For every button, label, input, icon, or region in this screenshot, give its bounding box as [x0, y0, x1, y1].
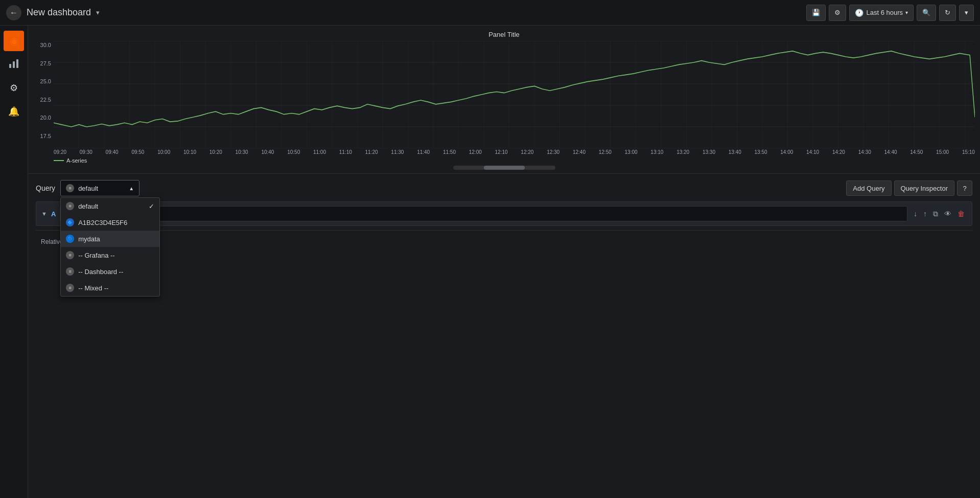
move-up-button[interactable]: ↑ — [921, 209, 929, 219]
svg-rect-1 — [13, 61, 15, 68]
query-row-actions: ↓ ↑ ⧉ 👁 🗑 — [912, 209, 967, 219]
svg-rect-0 — [9, 64, 11, 68]
title-dropdown-arrow[interactable]: ▾ — [96, 9, 100, 16]
sidebar-item-charts[interactable] — [4, 54, 24, 75]
sidebar-item-alerts[interactable]: 🔔 — [4, 101, 24, 122]
grafana-ds-icon: ≡ — [66, 251, 74, 259]
scrollbar-track[interactable] — [453, 166, 555, 170]
options-row: Relative time shift — [36, 230, 972, 253]
topbar: ← New dashboard ▾ 💾 ⚙ 🕐 Last 6 hours ▾ 🔍… — [0, 0, 980, 26]
dropdown-item-default-label: default — [78, 202, 98, 210]
y-axis: 30.0 27.5 25.0 22.5 20.0 17.5 — [33, 41, 54, 148]
dropdown-item-grafana-label: -- Grafana -- — [78, 252, 115, 259]
datasource-select-value: default — [78, 185, 98, 192]
save-icon: 💾 — [812, 9, 820, 16]
gear-icon: ⚙ — [834, 9, 841, 16]
save-button[interactable]: 💾 — [806, 5, 826, 21]
back-arrow-icon: ← — [10, 8, 18, 17]
y-label-30: 30.0 — [33, 42, 51, 48]
y-label-17: 17.5 — [33, 133, 51, 139]
dropdown-item-influx-label: A1B2C3D4E5F6 — [78, 219, 127, 227]
x-axis: 09:20 09:30 09:40 09:50 10:00 10:10 10:2… — [33, 149, 975, 155]
dropdown-item-default[interactable]: ≡ default ✓ — [61, 198, 159, 214]
topbar-left: ← New dashboard ▾ — [6, 5, 100, 20]
refresh-button[interactable]: ↻ — [939, 5, 956, 21]
datasource-select-icon: ≡ — [66, 184, 74, 192]
help-button[interactable]: ? — [957, 180, 972, 196]
add-query-button[interactable]: Add Query — [846, 180, 891, 196]
clock-icon: 🕐 — [855, 9, 864, 17]
datasource-dropdown-menu: ≡ default ✓ 🔷 A1B2C3D4E5F6 🔵 mydata — [60, 197, 160, 297]
y-label-27: 27.5 — [33, 60, 51, 66]
datasource-select[interactable]: ≡ default ▲ — [60, 180, 139, 196]
search-icon: 🔍 — [922, 9, 930, 16]
datasource-dropdown: ≡ default ▲ ≡ default ✓ — [60, 180, 139, 196]
query-label: Query — [36, 184, 55, 192]
default-ds-icon: ≡ — [66, 202, 74, 210]
query-panel: Query ≡ default ▲ ≡ default ✓ — [28, 174, 980, 498]
y-label-20: 20.0 — [33, 115, 51, 121]
sidebar-item-grafana[interactable]: ◉ — [4, 31, 24, 51]
chart-icon — [8, 58, 19, 72]
dropdown-item-mydata[interactable]: 🔵 mydata — [61, 231, 159, 247]
bell-icon: 🔔 — [8, 106, 19, 117]
query-row-a: ▼ A Test... ↓ ↑ ⧉ 👁 🗑 — [36, 201, 972, 226]
chart-legend: A-series — [33, 157, 975, 164]
svg-rect-2 — [16, 59, 18, 68]
query-inspector-button[interactable]: Query Inspector — [894, 180, 955, 196]
y-label-22: 22.5 — [33, 97, 51, 103]
dropdown-item-dashboard[interactable]: ≡ -- Dashboard -- — [61, 263, 159, 280]
query-buttons: Add Query Query Inspector ? — [846, 180, 972, 196]
chart-svg — [54, 41, 975, 148]
legend-line-color — [54, 160, 64, 161]
chart-scrollbar — [33, 166, 975, 170]
sidebar-item-settings[interactable]: ⚙ — [4, 78, 24, 98]
scrollbar-thumb[interactable] — [484, 166, 525, 170]
back-button[interactable]: ← — [6, 5, 21, 20]
dropdown-arrow-icon: ▲ — [129, 186, 134, 191]
dashboard-ds-icon: ≡ — [66, 267, 74, 276]
chart-area — [54, 41, 975, 148]
query-row-a-header: ▼ A Test... ↓ ↑ ⧉ 👁 🗑 — [36, 202, 972, 225]
query-letter-a: A — [51, 210, 56, 218]
dropdown-item-mixed[interactable]: ≡ -- Mixed -- — [61, 280, 159, 296]
mixed-ds-icon: ≡ — [66, 284, 74, 292]
dropdown-item-grafana[interactable]: ≡ -- Grafana -- — [61, 247, 159, 263]
topbar-right: 💾 ⚙ 🕐 Last 6 hours ▾ 🔍 ↻ ▾ — [806, 5, 974, 21]
relative-label: Relative — [41, 238, 63, 245]
settings-icon: ⚙ — [10, 82, 18, 94]
query-header: Query ≡ default ▲ ≡ default ✓ — [36, 180, 972, 196]
content-area: Panel Title 30.0 27.5 25.0 22.5 20.0 17.… — [28, 26, 980, 498]
sidebar: ◉ ⚙ 🔔 — [0, 26, 28, 498]
query-collapse-icon[interactable]: ▼ — [41, 211, 47, 217]
chart-container: Panel Title 30.0 27.5 25.0 22.5 20.0 17.… — [28, 26, 980, 174]
mydata-ds-icon: 🔵 — [66, 235, 74, 243]
check-icon: ✓ — [149, 202, 154, 210]
move-down-button[interactable]: ↓ — [912, 209, 919, 219]
dropdown-item-mixed-label: -- Mixed -- — [78, 284, 108, 292]
settings-button[interactable]: ⚙ — [829, 5, 846, 21]
main-layout: ◉ ⚙ 🔔 Panel Title 30.0 2 — [0, 26, 980, 498]
query-header-left: Query ≡ default ▲ ≡ default ✓ — [36, 180, 139, 196]
duplicate-button[interactable]: ⧉ — [931, 209, 940, 219]
toggle-visibility-button[interactable]: 👁 — [942, 209, 953, 219]
search-button[interactable]: 🔍 — [917, 5, 936, 21]
time-picker-arrow: ▾ — [905, 10, 908, 15]
panel-title: Panel Title — [33, 31, 975, 38]
time-range-label: Last 6 hours — [866, 9, 903, 16]
legend-label: A-series — [66, 157, 87, 164]
dropdown-item-mydata-label: mydata — [78, 235, 100, 243]
dropdown-item-dashboard-label: -- Dashboard -- — [78, 268, 123, 276]
refresh-icon: ↻ — [945, 9, 950, 16]
y-label-25: 25.0 — [33, 78, 51, 84]
influx-ds-icon: 🔷 — [66, 218, 74, 227]
grafana-logo-icon: ◉ — [10, 35, 18, 47]
delete-button[interactable]: 🗑 — [955, 209, 967, 219]
time-range-picker[interactable]: 🕐 Last 6 hours ▾ — [849, 5, 914, 21]
query-input[interactable]: Test... — [60, 206, 907, 221]
more-arrow-icon: ▾ — [965, 9, 968, 16]
dashboard-title: New dashboard — [27, 7, 91, 18]
more-button[interactable]: ▾ — [959, 5, 974, 21]
chart-inner: 30.0 27.5 25.0 22.5 20.0 17.5 — [33, 41, 975, 148]
dropdown-item-influx[interactable]: 🔷 A1B2C3D4E5F6 — [61, 214, 159, 231]
